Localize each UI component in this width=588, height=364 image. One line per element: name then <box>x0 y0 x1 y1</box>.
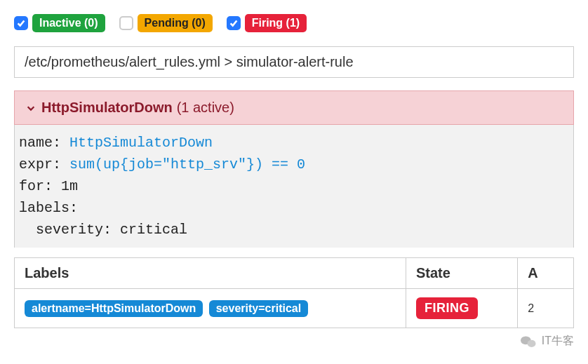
check-icon <box>16 18 26 28</box>
header-labels: Labels <box>15 258 406 289</box>
code-name-label: name: <box>19 135 69 151</box>
label-severity-pill: severity=critical <box>209 300 308 317</box>
code-expr-label: expr: <box>19 156 69 173</box>
checkbox-pending[interactable] <box>119 16 133 30</box>
firing-badge: Firing (1) <box>245 14 307 32</box>
state-badge: FIRING <box>416 297 478 319</box>
watermark-text: IT牛客 <box>542 334 574 342</box>
table-header-row: Labels State A <box>15 258 574 289</box>
code-expr-value: sum(up{job="http_srv"}) == 0 <box>69 156 305 173</box>
chevron-down-icon <box>25 102 37 114</box>
label-alertname-pill: alertname=HttpSimulatorDown <box>25 300 203 317</box>
table-row: alertname=HttpSimulatorDown severity=cri… <box>15 289 574 328</box>
checkbox-inactive[interactable] <box>14 16 28 30</box>
cell-labels: alertname=HttpSimulatorDown severity=cri… <box>15 289 406 328</box>
inactive-badge: Inactive (0) <box>32 14 105 32</box>
filter-firing[interactable]: Firing (1) <box>227 14 307 32</box>
check-icon <box>229 18 239 28</box>
breadcrumb[interactable]: /etc/prometheus/alert_rules.yml > simula… <box>14 46 574 78</box>
alert-title: HttpSimulatorDown <box>41 100 173 116</box>
code-severity-line: severity: critical <box>19 222 187 238</box>
code-for-line: for: 1m <box>19 178 78 194</box>
watermark: IT牛客 <box>521 334 574 342</box>
pending-badge: Pending (0) <box>138 14 213 32</box>
filter-inactive[interactable]: Inactive (0) <box>14 14 105 32</box>
filter-row: Inactive (0) Pending (0) Firing (1) <box>14 14 574 32</box>
code-labels-line: labels: <box>19 200 78 216</box>
alert-active-count: (1 active) <box>177 100 234 116</box>
checkbox-firing[interactable] <box>227 16 241 30</box>
header-last: A <box>518 258 574 289</box>
code-name-value: HttpSimulatorDown <box>69 135 213 151</box>
cell-last: 2 <box>518 289 574 328</box>
alert-rule-code: name: HttpSimulatorDown expr: sum(up{job… <box>14 125 574 248</box>
alert-header[interactable]: HttpSimulatorDown (1 active) <box>14 90 574 125</box>
wechat-icon <box>521 335 536 343</box>
filter-pending[interactable]: Pending (0) <box>119 14 213 32</box>
alerts-table: Labels State A alertname=HttpSimulatorDo… <box>14 257 574 328</box>
cell-state: FIRING <box>406 289 517 328</box>
header-state: State <box>406 258 517 289</box>
